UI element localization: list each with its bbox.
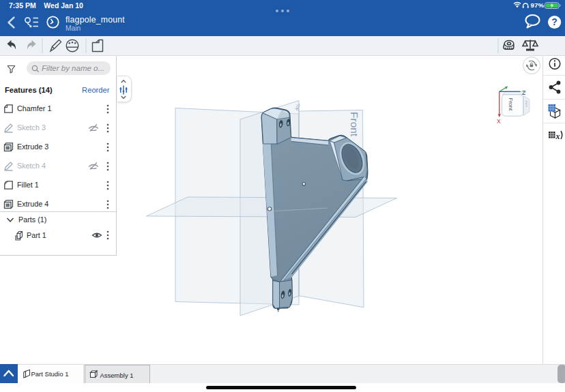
svg-text:Right: Right: [525, 100, 529, 107]
svg-text:97%: 97%: [531, 1, 545, 9]
svg-text:?: ?: [551, 16, 557, 27]
svg-text:Top: Top: [295, 104, 300, 111]
svg-text:Front: Front: [349, 112, 360, 137]
svg-text:X: X: [497, 118, 501, 125]
svg-text:Front: Front: [508, 98, 514, 111]
svg-text:Z: Z: [522, 89, 525, 96]
svg-text:x: x: [555, 132, 560, 141]
